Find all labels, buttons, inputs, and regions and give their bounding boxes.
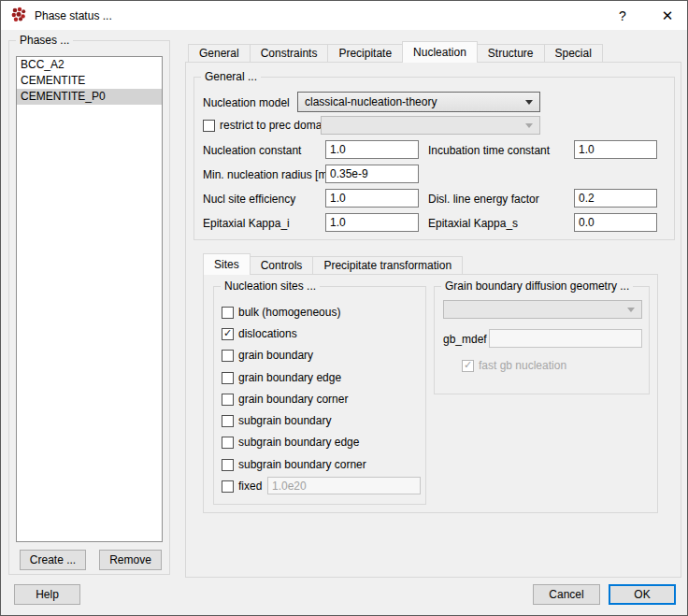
sites-tab-pane: Nucleation sites ... bulk (homogeneous) … (203, 274, 658, 513)
gb-mdef-label: gb_mdef (443, 330, 487, 349)
site-row-grain-boundary-edge[interactable]: grain boundary edge (222, 370, 341, 385)
tab-controls[interactable]: Controls (250, 256, 314, 275)
main-tabbar: General Constraints Precipitate Nucleati… (188, 41, 603, 63)
site-row-dislocations[interactable]: dislocations (222, 326, 297, 341)
gb-mdef-input[interactable] (489, 329, 642, 348)
nucleation-sites-groupbox: Nucleation sites ... bulk (homogeneous) … (213, 286, 426, 505)
fixed-checkbox[interactable] (222, 480, 234, 493)
window-help-button[interactable]: ? (609, 1, 637, 30)
tab-constraints[interactable]: Constraints (250, 44, 329, 63)
disl-line-energy-label: Disl. line energy factor (428, 190, 539, 208)
restrict-prec-domain-checkbox[interactable] (203, 120, 215, 132)
epitaxial-kappa-s-input[interactable] (574, 213, 657, 232)
remove-phase-button[interactable]: Remove (99, 550, 162, 570)
window-title: Phase status ... (35, 1, 112, 30)
min-nucleation-radius-input[interactable] (325, 165, 419, 183)
nucleation-constant-input[interactable] (325, 140, 419, 159)
epitaxial-kappa-s-label: Epitaxial Kappa_s (428, 214, 518, 233)
disl-line-energy-input[interactable] (574, 189, 657, 208)
sites-tabbar: Sites Controls Precipitate transformatio… (203, 253, 463, 275)
fixed-sites-input[interactable] (267, 477, 421, 494)
subgrain-boundary-corner-checkbox[interactable] (222, 459, 234, 471)
site-row-subgrain-boundary[interactable]: subgrain boundary (222, 413, 331, 428)
nucleation-model-value: classical-nucleation-theory (305, 95, 437, 108)
grain-boundary-corner-label: grain boundary corner (238, 393, 348, 406)
site-row-grain-boundary[interactable]: grain boundary (222, 348, 313, 363)
min-nucleation-radius-label: Min. nucleation radius [m] (203, 165, 331, 184)
gb-diffusion-groupbox: Grain boundary diffusion geometry ... gb… (434, 286, 650, 394)
chevron-down-icon (525, 123, 533, 128)
epitaxial-kappa-i-label: Epitaxial Kappa_i (203, 214, 290, 233)
grain-boundary-checkbox[interactable] (222, 350, 234, 362)
dislocations-checkbox[interactable] (222, 328, 234, 340)
tab-nucleation[interactable]: Nucleation (402, 41, 478, 63)
nucleation-constant-label: Nucleation constant (203, 141, 301, 160)
tab-precipitate-transformation[interactable]: Precipitate transformation (312, 256, 463, 275)
nucl-site-efficiency-input[interactable] (325, 189, 419, 208)
tab-precipitate[interactable]: Precipitate (327, 44, 403, 63)
gb-diffusion-group-title: Grain boundary diffusion geometry ... (441, 279, 633, 293)
phase-list-item[interactable]: CEMENTITE (17, 73, 162, 89)
tab-general[interactable]: General (188, 44, 251, 63)
phase-list-item[interactable]: BCC_A2 (17, 57, 162, 73)
nucleation-sites-group-title: Nucleation sites ... (221, 279, 320, 293)
grain-boundary-corner-checkbox[interactable] (222, 394, 234, 406)
epitaxial-kappa-i-input[interactable] (325, 213, 419, 232)
window-close-button[interactable]: ✕ (653, 1, 681, 30)
ok-button[interactable]: OK (609, 584, 676, 605)
fixed-label: fixed (238, 480, 262, 493)
restrict-prec-domain-row[interactable]: restrict to prec domain (203, 118, 331, 133)
incubation-time-label: Incubation time constant (428, 141, 550, 160)
gb-geometry-combobox[interactable] (443, 300, 642, 319)
nucleation-model-combobox[interactable]: classical-nucleation-theory (297, 92, 540, 112)
grain-boundary-edge-label: grain boundary edge (238, 371, 341, 384)
create-phase-button[interactable]: Create ... (20, 550, 86, 570)
help-button[interactable]: Help (14, 584, 80, 605)
subgrain-boundary-edge-checkbox[interactable] (222, 437, 234, 449)
site-row-grain-boundary-corner[interactable]: grain boundary corner (222, 392, 348, 407)
phase-status-dialog: Phase status ... ? ✕ Phases ... BCC_A2 C… (0, 0, 688, 616)
site-row-fixed[interactable]: fixed (222, 479, 262, 494)
tab-special[interactable]: Special (544, 44, 603, 63)
phase-list[interactable]: BCC_A2 CEMENTITE CEMENTITE_P0 (16, 56, 163, 542)
dislocations-label: dislocations (238, 327, 297, 340)
matcalc-logo-icon (10, 7, 27, 23)
tab-structure[interactable]: Structure (477, 44, 545, 63)
tab-sites[interactable]: Sites (203, 253, 251, 275)
fast-gb-nucleation-label: fast gb nucleation (479, 359, 566, 372)
chevron-down-icon (627, 308, 635, 312)
bulk-label: bulk (homogeneous) (238, 306, 340, 319)
nucleation-model-label: Nucleation model (203, 93, 290, 112)
nucl-site-efficiency-label: Nucl site efficiency (203, 190, 295, 208)
prec-domain-combobox[interactable] (321, 116, 540, 135)
subgrain-boundary-corner-label: subgrain boundary corner (238, 458, 366, 471)
phase-list-item[interactable]: CEMENTITE_P0 (17, 89, 162, 105)
site-row-subgrain-boundary-edge[interactable]: subgrain boundary edge (222, 435, 359, 450)
phases-groupbox: Phases ... BCC_A2 CEMENTITE CEMENTITE_P0… (8, 40, 170, 575)
cancel-button[interactable]: Cancel (533, 584, 600, 605)
titlebar: Phase status ... ? ✕ (1, 1, 687, 30)
general-group-title: General ... (201, 70, 261, 83)
grain-boundary-label: grain boundary (238, 349, 313, 362)
fast-gb-nucleation-row[interactable]: fast gb nucleation (462, 358, 566, 373)
subgrain-boundary-edge-label: subgrain boundary edge (238, 436, 359, 449)
subgrain-boundary-label: subgrain boundary (238, 414, 331, 427)
nucleation-tab-pane: General ... Nucleation model classical-n… (185, 62, 681, 578)
subgrain-boundary-checkbox[interactable] (222, 415, 234, 427)
incubation-time-input[interactable] (574, 140, 657, 159)
grain-boundary-edge-checkbox[interactable] (222, 372, 234, 384)
phases-group-title: Phases ... (16, 34, 73, 47)
restrict-prec-domain-label: restrict to prec domain (220, 119, 331, 132)
site-row-bulk[interactable]: bulk (homogeneous) (222, 305, 340, 320)
site-row-subgrain-boundary-corner[interactable]: subgrain boundary corner (222, 457, 366, 472)
chevron-down-icon (525, 100, 533, 105)
fast-gb-nucleation-checkbox[interactable] (462, 360, 474, 372)
bulk-checkbox[interactable] (222, 307, 234, 319)
general-groupbox: General ... Nucleation model classical-n… (194, 77, 675, 240)
